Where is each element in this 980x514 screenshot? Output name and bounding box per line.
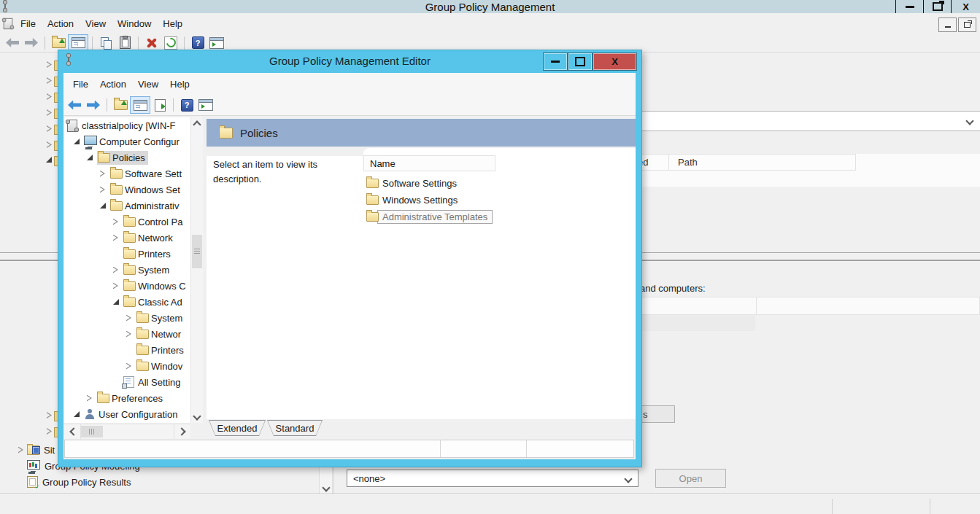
expander-expanded-icon[interactable] (74, 139, 84, 144)
list-item-administrative-templates[interactable]: Administrative Templates (366, 209, 493, 225)
tree-item-network-classic[interactable]: Networ (64, 326, 190, 342)
tree-item-preferences[interactable]: Preferences (64, 390, 190, 406)
tree-item-administrative-templates[interactable]: Administrativ (64, 198, 190, 214)
menu-view[interactable]: View (85, 18, 106, 29)
expander-collapsed-icon[interactable] (113, 235, 123, 241)
tree-item-gpo-root[interactable]: classtrialpolicy [WIN-F (64, 117, 190, 133)
expander-collapsed-icon[interactable] (100, 171, 110, 177)
list-item-software-settings[interactable]: Software Settings (366, 175, 457, 192)
tree-horizontal-scrollbar[interactable] (64, 424, 190, 439)
delete-button[interactable] (142, 35, 161, 51)
tree-expander-icon[interactable] (47, 77, 52, 84)
copy-button[interactable] (96, 35, 115, 51)
tree-item-printers-classic[interactable]: Printers (64, 342, 190, 358)
tree-item-windows-classic[interactable]: Windov (64, 358, 190, 374)
scrollbar-thumb[interactable] (81, 426, 103, 437)
forward-button[interactable] (84, 97, 103, 113)
tree-expander-icon[interactable] (47, 61, 52, 68)
scrollbar-thumb[interactable] (192, 235, 202, 268)
up-one-level-button[interactable] (111, 97, 130, 113)
tree-item-all-settings[interactable]: All Setting (64, 374, 190, 390)
tree-vertical-scrollbar[interactable] (190, 117, 203, 423)
help-button[interactable] (188, 35, 207, 51)
tree-item-policies[interactable]: Policies (64, 149, 190, 166)
column-header-path[interactable]: Path (668, 154, 856, 171)
tree-item-computer-configuration[interactable]: Computer Configur (64, 133, 190, 149)
tree-item-printers[interactable]: Printers (64, 246, 190, 262)
expander-collapsed-icon[interactable] (113, 267, 123, 273)
tree-item-windows-components[interactable]: Windows C (64, 278, 190, 294)
tree-item-control-panel[interactable]: Control Pa (64, 214, 190, 230)
tab-extended[interactable]: Extended (209, 420, 266, 436)
show-console-tree-button[interactable] (68, 34, 88, 52)
menu-window[interactable]: Window (117, 18, 151, 29)
help-button[interactable] (177, 97, 196, 113)
open-button[interactable]: Open (655, 469, 726, 488)
menu-action[interactable]: Action (100, 79, 126, 90)
refresh-doc-icon (164, 36, 177, 50)
tree-item-sites[interactable]: Sit (18, 443, 62, 456)
menu-file[interactable]: File (20, 18, 36, 29)
tree-item-windows-settings[interactable]: Windows Set (64, 182, 190, 198)
tree-expander-icon[interactable] (47, 109, 52, 116)
menu-file[interactable]: File (73, 79, 88, 90)
tree-expander-expanded-icon[interactable] (46, 157, 52, 163)
wmi-filter-dropdown[interactable]: <none> (347, 470, 638, 487)
scroll-left-button[interactable] (64, 424, 81, 439)
tree-expander-icon[interactable] (47, 141, 52, 148)
tree-expander-icon[interactable] (18, 447, 23, 453)
tree-expander-icon[interactable] (47, 93, 52, 100)
list-item-windows-settings[interactable]: Windows Settings (366, 192, 458, 209)
expander-collapsed-icon[interactable] (113, 219, 123, 225)
child-minimize-button[interactable] (938, 17, 957, 32)
show-console-tree-button[interactable] (130, 96, 150, 114)
paste-button[interactable] (115, 35, 134, 51)
menu-help[interactable]: Help (163, 18, 182, 29)
tree-expander-icon[interactable] (47, 428, 52, 435)
expander-expanded-icon[interactable] (113, 299, 123, 305)
menu-help[interactable]: Help (170, 79, 190, 90)
back-button[interactable] (65, 97, 84, 113)
expander-collapsed-icon[interactable] (126, 331, 136, 338)
name-column-header[interactable]: Name (363, 155, 495, 171)
scroll-up-button[interactable] (191, 117, 203, 129)
menu-action[interactable]: Action (47, 18, 74, 29)
scroll-down-button[interactable] (320, 482, 332, 494)
editor-minimize-button[interactable] (543, 52, 568, 71)
editor-maximize-button[interactable] (568, 52, 593, 71)
export-list-button[interactable] (150, 97, 169, 113)
close-button[interactable] (951, 0, 980, 13)
refresh-button[interactable] (161, 35, 180, 51)
tree-item-software-settings[interactable]: Software Sett (64, 166, 190, 182)
editor-close-button[interactable] (593, 52, 637, 71)
expander-expanded-icon[interactable] (87, 155, 97, 160)
new-window-button[interactable] (207, 35, 226, 51)
scroll-down-button[interactable] (191, 411, 203, 423)
tree-item-group-policy-results[interactable]: Group Policy Results (27, 475, 131, 488)
tree-item-system-classic[interactable]: System (64, 310, 190, 326)
tab-standard[interactable]: Standard (267, 420, 323, 436)
back-button[interactable] (3, 35, 22, 51)
expander-collapsed-icon[interactable] (87, 395, 97, 402)
child-restore-button[interactable] (958, 17, 976, 32)
maximize-button[interactable] (923, 0, 951, 13)
menu-view[interactable]: View (138, 79, 158, 90)
expander-collapsed-icon[interactable] (126, 315, 136, 322)
tree-expander-icon[interactable] (47, 125, 52, 132)
expander-expanded-icon[interactable] (100, 203, 110, 209)
minimize-button[interactable] (896, 0, 923, 13)
forward-button[interactable] (22, 35, 41, 51)
user-icon (84, 409, 95, 419)
tree-item-user-configuration[interactable]: User Configuration (64, 406, 190, 422)
tree-expander-icon[interactable] (47, 412, 52, 418)
up-one-level-button[interactable] (49, 35, 68, 51)
show-properties-button[interactable] (196, 97, 215, 113)
tree-item-system[interactable]: System (64, 262, 190, 278)
expander-expanded-icon[interactable] (74, 411, 84, 417)
tree-item-classic-administrative[interactable]: Classic Ad (64, 294, 190, 310)
scroll-right-button[interactable] (174, 424, 190, 439)
expander-collapsed-icon[interactable] (126, 363, 136, 370)
expander-collapsed-icon[interactable] (113, 283, 123, 289)
tree-item-network[interactable]: Network (64, 230, 190, 246)
expander-collapsed-icon[interactable] (100, 187, 110, 193)
